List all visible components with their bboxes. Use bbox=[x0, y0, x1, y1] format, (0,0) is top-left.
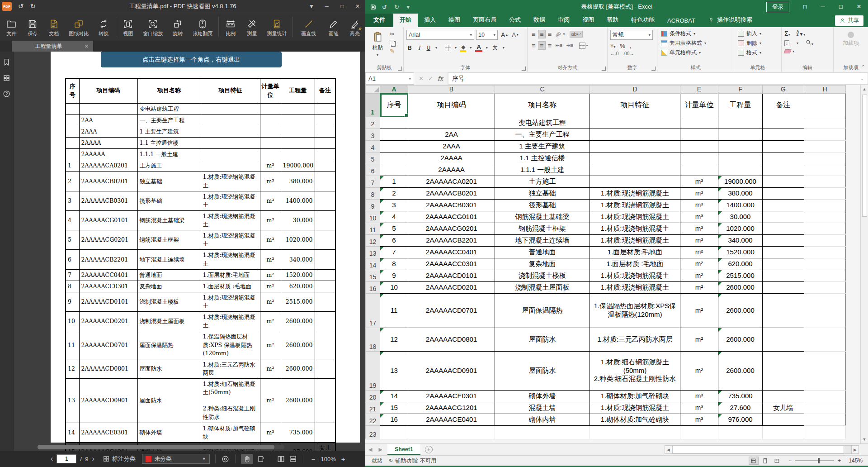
cell[interactable]: m² bbox=[680, 351, 718, 390]
cell[interactable] bbox=[763, 390, 804, 402]
cell[interactable] bbox=[804, 246, 846, 258]
prev-page-icon[interactable]: ‹ bbox=[51, 455, 53, 463]
cell[interactable]: 屋面防水 bbox=[495, 328, 590, 351]
cell[interactable]: 2AAAAACG1201 bbox=[408, 402, 495, 414]
cell[interactable] bbox=[804, 390, 846, 402]
alignment-dialog-launcher[interactable] bbox=[602, 67, 606, 71]
pdf-horizontal-scrollbar[interactable] bbox=[38, 445, 284, 449]
cell[interactable] bbox=[763, 425, 804, 439]
cell[interactable] bbox=[718, 164, 763, 176]
scroll-view-icon[interactable] bbox=[289, 455, 297, 463]
vertical-scrollbar[interactable]: ▲ ▼ bbox=[860, 85, 868, 443]
comma-style-icon[interactable]: , bbox=[630, 43, 632, 49]
zoom-in-icon[interactable]: + bbox=[341, 455, 345, 463]
cell[interactable]: m² bbox=[680, 328, 718, 351]
cell[interactable]: 混凝土墙 bbox=[495, 402, 590, 414]
cell[interactable]: 屋面保温隔热 bbox=[495, 293, 590, 328]
annotation-classify-button[interactable]: 标注分类 bbox=[103, 455, 136, 463]
cell[interactable]: 计量单位 bbox=[680, 93, 718, 117]
cell[interactable]: 普通地面 bbox=[495, 246, 590, 258]
cell-styles-button[interactable]: 单元格样式▾ bbox=[660, 48, 731, 57]
row-header-21[interactable]: 21 bbox=[366, 402, 380, 414]
cell[interactable]: 2AAAAACC0301 bbox=[408, 258, 495, 270]
cell[interactable]: 1.材质:现浇钢筋混凝土 bbox=[590, 211, 680, 223]
next-page-icon[interactable]: › bbox=[92, 455, 94, 463]
cell[interactable] bbox=[680, 152, 718, 164]
cell[interactable]: 12 bbox=[380, 328, 408, 351]
cell[interactable]: 1.材质:现浇钢筋混凝土 bbox=[590, 234, 680, 246]
category-dropdown[interactable]: 未分类 ▼ bbox=[142, 454, 210, 464]
cell[interactable]: m³ bbox=[680, 176, 718, 187]
cell[interactable] bbox=[804, 117, 846, 129]
cell[interactable] bbox=[763, 211, 804, 223]
cell[interactable] bbox=[763, 414, 804, 425]
cell[interactable]: 2600.000 bbox=[718, 293, 763, 328]
cell[interactable]: m³ bbox=[680, 414, 718, 425]
cell[interactable]: 1.材质:细石钢筋混凝土(50mm) 2.种类:细石混凝土刚性防水 bbox=[590, 351, 680, 390]
toolbar-overflow-icon[interactable]: » bbox=[359, 25, 362, 32]
cell[interactable]: 地下混凝土连续墙 bbox=[495, 234, 590, 246]
cell[interactable] bbox=[763, 187, 804, 199]
cell[interactable] bbox=[804, 223, 846, 234]
two-page-view-icon[interactable] bbox=[277, 455, 285, 463]
autosum-icon[interactable]: Σ▾ bbox=[784, 30, 790, 37]
italic-button[interactable]: I bbox=[417, 44, 422, 52]
cell[interactable]: 2AAAAACB2201 bbox=[408, 234, 495, 246]
insert-cells-button[interactable]: 插入▾ bbox=[737, 29, 778, 38]
pdf-tool-winzoom-button[interactable]: 窗口缩放 bbox=[139, 13, 167, 41]
cell[interactable] bbox=[495, 425, 590, 439]
cell[interactable]: 钢筋混凝土基础梁 bbox=[495, 211, 590, 223]
cell[interactable]: 1.材质:现浇钢筋混凝土 bbox=[590, 187, 680, 199]
cell[interactable]: 1.砌体材质:加气砼砌块 bbox=[590, 414, 680, 425]
align-middle-icon[interactable]: ≡ bbox=[538, 30, 546, 38]
cell[interactable]: 15 bbox=[380, 402, 408, 414]
cell[interactable] bbox=[590, 425, 680, 439]
cell[interactable]: 2AAAAACG0101 bbox=[408, 211, 495, 223]
help-icon[interactable] bbox=[2, 90, 11, 98]
select-all-corner[interactable] bbox=[366, 86, 380, 94]
cell[interactable]: 女儿墙 bbox=[763, 402, 804, 414]
cell[interactable]: 项目特征 bbox=[590, 93, 680, 117]
cell[interactable]: 2AAAAA bbox=[408, 164, 495, 176]
cell[interactable] bbox=[680, 425, 718, 439]
cell[interactable]: 13 bbox=[380, 351, 408, 390]
cell[interactable] bbox=[380, 140, 408, 152]
cell[interactable] bbox=[718, 425, 763, 439]
cell[interactable] bbox=[804, 234, 846, 246]
cell[interactable]: 380.000 bbox=[718, 187, 763, 199]
phonetic-guide-icon[interactable]: 文 bbox=[491, 43, 499, 52]
cell[interactable]: 2AAAA bbox=[408, 152, 495, 164]
font-dialog-launcher[interactable] bbox=[522, 67, 526, 71]
number-format-select[interactable]: 常规▾ bbox=[610, 30, 653, 40]
page-break-view-icon[interactable] bbox=[772, 457, 782, 465]
cell[interactable]: 14 bbox=[380, 390, 408, 402]
thumbnails-icon[interactable] bbox=[2, 74, 11, 82]
cell[interactable]: 1 bbox=[380, 176, 408, 187]
ribbon-tab-文件[interactable]: 文件 bbox=[365, 13, 393, 27]
format-as-table-button[interactable]: 套用表格格式▾ bbox=[660, 38, 731, 48]
row-header-16[interactable]: 16 bbox=[366, 281, 380, 293]
align-bottom-icon[interactable]: ≡ bbox=[547, 30, 553, 38]
pan-tool-icon[interactable] bbox=[241, 454, 253, 464]
cell[interactable]: 土方施工 bbox=[495, 176, 590, 187]
cell[interactable] bbox=[680, 129, 718, 140]
ribbon-tab-插入[interactable]: 插入 bbox=[418, 13, 442, 27]
ribbon-tab-公式[interactable]: 公式 bbox=[503, 13, 527, 27]
column-header-H[interactable]: H bbox=[804, 86, 846, 94]
pdf-tool-compare-button[interactable]: 图纸对比 bbox=[65, 13, 93, 41]
cell[interactable]: 3 bbox=[380, 199, 408, 211]
toolbar-collapse-icon[interactable]: ▼ bbox=[304, 0, 319, 13]
row-header-5[interactable]: 5 bbox=[366, 152, 380, 164]
cell[interactable]: 6 bbox=[380, 234, 408, 246]
cell[interactable] bbox=[804, 328, 846, 351]
undo-icon[interactable]: ↺▾ bbox=[382, 4, 389, 10]
cell[interactable] bbox=[804, 425, 846, 439]
cell[interactable]: 钢筋混凝土框架 bbox=[495, 223, 590, 234]
cell[interactable]: 项目编码 bbox=[408, 93, 495, 117]
cell[interactable]: m³ bbox=[680, 187, 718, 199]
cell[interactable]: 变电站建筑工程 bbox=[495, 117, 590, 129]
cell[interactable]: 序号 bbox=[380, 93, 408, 117]
cell[interactable]: 2AAAAACB0201 bbox=[408, 187, 495, 199]
cell[interactable] bbox=[804, 270, 846, 281]
name-box[interactable]: A1▾ bbox=[365, 72, 414, 85]
